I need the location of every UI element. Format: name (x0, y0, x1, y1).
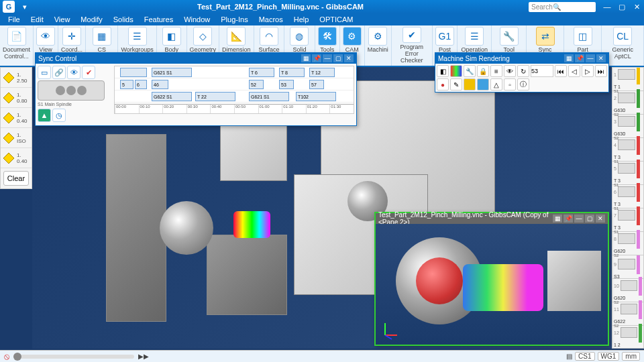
gantt-block[interactable]: G622 S1 (152, 92, 192, 101)
gear-icon[interactable]: ⚙ (368, 27, 387, 46)
progress-slider[interactable] (13, 355, 134, 359)
sync-view-icon[interactable]: ▭ (38, 66, 51, 79)
op-item-8[interactable]: 8G620S2 (612, 232, 643, 255)
gantt-block[interactable]: 5 (120, 80, 133, 89)
tool-shape-2[interactable]: 1.0.40 (1, 108, 32, 128)
sim-bars-icon[interactable]: ≡ (490, 65, 502, 77)
tool-shape-0[interactable]: 1.2.50 (1, 68, 32, 88)
op-item-10[interactable]: 10G620S2 (612, 279, 643, 302)
sim-tool-icon[interactable]: 🔧 (464, 65, 476, 77)
menu-features[interactable]: Features (139, 14, 178, 25)
menu-view[interactable]: View (49, 14, 76, 25)
gantt-block[interactable]: T102 (296, 92, 336, 101)
sync-tri-icon[interactable]: ▲ (38, 109, 51, 122)
panel-max-icon[interactable]: ▢ (333, 54, 343, 62)
solid-icon[interactable]: ◍ (290, 27, 309, 46)
gantt-block[interactable]: 53 (279, 80, 294, 89)
panel-grid-icon[interactable]: ▦ (301, 54, 311, 62)
ribbon-mach[interactable]: ⚙Machini (365, 25, 392, 66)
sim-play-icon[interactable]: ▷ (582, 65, 594, 77)
menu-plug-ins[interactable]: Plug-Ins (215, 14, 253, 25)
gantt-block[interactable]: 6 (135, 80, 147, 89)
sim-mark1-icon[interactable] (464, 78, 476, 90)
panel-max-icon[interactable]: ▢ (585, 215, 594, 223)
station-icon[interactable]: ◫ (574, 27, 592, 46)
panel-close-icon[interactable]: ✕ (596, 215, 605, 223)
menu-macros[interactable]: Macros (254, 14, 288, 25)
op-item-11[interactable]: 11G622S2 (612, 302, 643, 326)
sim-eye-icon[interactable]: 👁 (504, 65, 516, 77)
op-item-3[interactable]: 3G630S2 (612, 115, 643, 138)
gantt-block[interactable]: T 22 (195, 92, 235, 101)
gantt-block[interactable]: T 6 (249, 68, 274, 77)
axes-icon[interactable]: ✛ (62, 27, 81, 46)
ribbon-perr[interactable]: ✔Program ErrorChecker (392, 25, 433, 66)
gantt-block[interactable] (120, 68, 147, 77)
layer-icon[interactable]: ▤ (566, 353, 572, 360)
gantt-block[interactable]: 52 (249, 80, 264, 89)
panel-pin-icon[interactable]: 📌 (564, 215, 573, 223)
document-icon[interactable]: 📄 (7, 27, 26, 46)
sync-control-panel[interactable]: Sync Control ▦ 📌 — ▢ ✕ ▭ 🔗 👁 ✔ S1 Main S… (35, 52, 357, 126)
op-item-12[interactable]: 121 2S1 (612, 326, 643, 349)
panel-min-icon[interactable]: — (586, 54, 595, 62)
sync-icon[interactable]: ⇄ (536, 27, 555, 46)
maximize-button[interactable]: ▢ (614, 1, 629, 13)
panel-grid-icon[interactable]: ▦ (553, 215, 562, 223)
clear-button[interactable]: Clear (3, 171, 29, 186)
eye-icon[interactable]: 👁 (36, 27, 55, 46)
list-icon[interactable]: ☰ (465, 27, 484, 46)
ruler-icon[interactable]: 📐 (227, 27, 246, 46)
menu-solids[interactable]: Solids (108, 14, 139, 25)
sim-fwd-icon[interactable]: ⏭ (595, 65, 607, 77)
sync-panel-title[interactable]: Sync Control ▦ 📌 — ▢ ✕ (36, 53, 356, 64)
sim-pen-icon[interactable]: ✎ (450, 78, 462, 90)
sync-gantt[interactable]: G621 S1T 6T 8T 125646525357G622 S1T 22G6… (114, 66, 354, 114)
wrench-icon[interactable]: 🔧 (500, 27, 519, 46)
panel-pin-icon[interactable]: 📌 (312, 54, 321, 62)
ribbon-doc[interactable]: 📄DocumentControl... (0, 25, 34, 66)
forward-icon[interactable]: ▶▶ (138, 353, 149, 360)
menu-window[interactable]: Window (178, 14, 215, 25)
pane2-panel[interactable]: Test_Part_2M12_Pinch_Milling.vnc - Gibbs… (374, 212, 609, 346)
menu-file[interactable]: File (3, 14, 25, 25)
sim-sq-icon[interactable]: ▫ (504, 78, 516, 90)
app-menu-chevron[interactable]: ▾ (17, 1, 32, 13)
op-item-4[interactable]: 4T 3S1 (612, 138, 643, 162)
gantt-block[interactable]: G621 S1 (249, 92, 289, 101)
sim-panel-title[interactable]: Machine Sim Rendering ▦ 📌 — ✕ (435, 53, 608, 64)
panel-close-icon[interactable]: ✕ (344, 54, 354, 62)
tool-icon[interactable]: 🛠 (318, 27, 337, 46)
shape-icon[interactable]: ◇ (193, 27, 212, 46)
tool-shape-1[interactable]: 1.0.80 (1, 88, 32, 108)
panel-min-icon[interactable]: — (323, 54, 332, 62)
pane2-viewport[interactable] (376, 224, 608, 345)
cam-icon[interactable]: ⚙ (343, 27, 362, 46)
sync-clock-icon[interactable]: ◷ (52, 109, 66, 122)
pane2-title[interactable]: Test_Part_2M12_Pinch_Milling.vnc - Gibbs… (376, 213, 608, 224)
op-item-6[interactable]: 6T 3S1 (612, 185, 643, 208)
grid-icon[interactable]: ▦ (93, 27, 111, 46)
gantt-block[interactable]: T 8 (279, 68, 305, 77)
sim-rewind-icon[interactable]: ⏮ (555, 65, 567, 77)
menu-modify[interactable]: Modify (75, 14, 107, 25)
sim-speed-input[interactable] (531, 65, 553, 77)
sim-tri-icon[interactable]: △ (490, 78, 502, 90)
search-input[interactable]: Search 🔍 (529, 2, 596, 12)
tool-shape-4[interactable]: 1.0.40 (1, 148, 32, 168)
gantt-block[interactable]: T 12 (309, 68, 335, 77)
sim-info-icon[interactable]: ⓘ (517, 78, 529, 90)
sim-colors-icon[interactable] (450, 65, 462, 77)
sim-lock-icon[interactable]: 🔒 (477, 65, 489, 77)
sim-cube-icon[interactable]: ◧ (437, 65, 449, 77)
op-item-7[interactable]: 7T 3S1 (612, 208, 643, 232)
g1-icon[interactable]: G1 (435, 27, 454, 46)
panel-grid-icon[interactable]: ▦ (564, 54, 574, 62)
sync-link-icon[interactable]: 🔗 (52, 66, 66, 79)
sync-knob[interactable] (38, 80, 105, 101)
sync-check-icon[interactable]: ✔ (82, 66, 95, 79)
cube-icon[interactable]: ◧ (162, 27, 181, 46)
apt-icon[interactable]: CL (613, 27, 632, 46)
minimize-button[interactable]: — (600, 1, 614, 13)
status-wg[interactable]: WG1 (598, 352, 620, 361)
